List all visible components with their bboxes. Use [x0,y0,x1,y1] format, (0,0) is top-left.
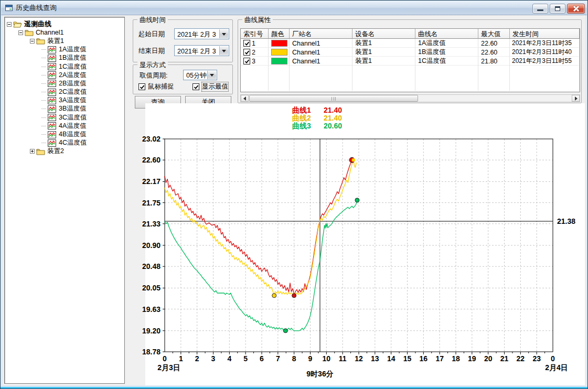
row-device: 装置1 [352,48,415,57]
legend-series-value: 21.40 [324,106,342,114]
tree-connector [41,58,46,58]
row-max-value: 21.80 [478,57,510,66]
row-checkbox[interactable] [243,49,250,56]
tree-item[interactable]: 装置2 [5,147,124,156]
tree-connector [41,126,46,126]
table-hscrollbar[interactable] [240,94,580,102]
minimize-icon [537,9,543,11]
mouse-capture-option: 鼠标捕捉 [138,82,174,91]
close-button[interactable] [567,4,585,14]
mouse-capture-checkbox[interactable] [138,83,145,90]
tree-item[interactable]: 2B温度值 [5,79,124,88]
folder-open-icon [13,20,22,28]
tree-connector [41,49,46,50]
scroll-right-button[interactable] [572,95,580,102]
tree-item[interactable]: 2C温度值 [5,88,124,96]
legend-row: 曲线121.40 [292,106,342,114]
display-mode-group-label: 显示方式 [137,61,168,70]
client-area: 遥测曲线Channel1装置11A温度值1B温度值1C温度值2A温度值2B温度值… [3,15,585,385]
row-index-cell[interactable]: 3 [241,57,269,66]
tree-item-label: 3A温度值 [59,96,87,105]
period-combobox[interactable]: 05分钟 [183,70,217,80]
collapse-icon[interactable] [18,30,23,35]
scrollbar-thumb[interactable] [249,95,418,102]
collapse-icon[interactable] [7,22,12,27]
tree-item[interactable]: 1C温度值 [5,62,124,71]
tree-item-label: 3B温度值 [59,104,87,113]
curve-color-swatch [271,58,287,64]
column-header[interactable]: 设备名 [352,29,415,39]
row-color-cell [269,48,290,57]
tree-item-label: 遥测曲线 [24,19,51,29]
tree-item-label: 2B温度值 [59,79,87,88]
curve-icon [48,71,57,79]
row-index: 3 [252,58,255,65]
restore-button[interactable] [550,4,565,14]
tree-item-label: 4C温度值 [59,138,87,147]
tree-item[interactable]: 1A温度值 [5,46,124,54]
curve-props-table[interactable]: 索引号颜色厂站名设备名曲线名最大值发生时间1Channel1装置11A温度值22… [240,28,580,92]
curve-tree[interactable]: 遥测曲线Channel1装置11A温度值1B温度值1C温度值2A温度值2B温度值… [4,17,125,384]
row-station: Channel1 [290,39,352,48]
show-extremes-checkbox[interactable] [193,83,199,90]
row-index-cell[interactable]: 2 [241,48,269,57]
cursor-legend: 曲线121.40曲线221.40曲线320.60 [292,106,342,130]
tree-item[interactable]: 3A温度值 [5,96,124,105]
tree-item[interactable]: 4B温度值 [5,130,124,138]
scroll-left-button[interactable] [241,95,249,102]
tree-item[interactable]: 1B温度值 [5,54,124,62]
start-date-combobox[interactable]: 2021年 2月 3 [174,28,229,39]
tree-item[interactable]: 4A温度值 [5,122,124,130]
chevron-down-icon [222,33,226,36]
chart-canvas[interactable] [145,103,585,385]
column-header[interactable]: 曲线名 [415,29,478,39]
folder-icon [25,29,34,36]
row-index: 2 [252,49,255,56]
folder-icon [36,148,45,155]
column-header[interactable]: 发生时间 [510,29,580,39]
curve-icon [48,131,57,138]
column-header[interactable]: 最大值 [478,29,510,39]
tree-item[interactable]: 3B温度值 [5,105,124,113]
end-date-dropdown-arrow[interactable] [219,46,228,55]
row-color-cell [269,39,290,48]
tree-connector [41,83,46,84]
tree-item[interactable]: 4C温度值 [5,139,124,147]
row-color-cell [269,57,290,66]
titlebar[interactable]: 历史曲线查询 [1,1,587,15]
tree-item[interactable]: 3C温度值 [5,113,124,122]
table-empty-cell [415,66,478,91]
row-checkbox[interactable] [243,58,250,64]
column-header[interactable]: 颜色 [269,29,290,39]
minimize-button[interactable] [532,4,548,14]
tree-connector [41,100,46,101]
tree-connector [41,92,46,92]
row-checkbox[interactable] [243,40,250,47]
start-date-label: 起始日期 [138,30,165,39]
tree-connector [41,67,46,67]
row-max-value: 22.60 [478,39,510,48]
tree-item[interactable]: 遥测曲线 [5,20,124,28]
tree-item[interactable]: 2A温度值 [5,71,124,79]
end-date-combobox[interactable]: 2021年 2月 3 [174,45,229,56]
row-index-cell[interactable]: 1 [241,39,269,48]
curve-props-group: 曲线属性 索引号颜色厂站名设备名曲线名最大值发生时间1Channel1装置11A… [238,19,582,103]
start-date-dropdown-arrow[interactable] [219,29,228,38]
row-curve-name: 1B温度值 [415,48,478,57]
period-label: 取值周期: [140,71,167,80]
legend-series-name: 曲线1 [292,106,319,114]
column-header[interactable]: 厂站名 [290,29,352,39]
collapse-icon[interactable] [30,39,35,44]
column-header[interactable]: 索引号 [241,29,269,39]
tree-item[interactable]: Channel1 [5,28,124,37]
start-date-value: 2021年 2月 3 [177,30,216,39]
expand-icon[interactable] [30,149,35,154]
tree-item[interactable]: 装置1 [5,37,124,45]
legend-series-name: 曲线3 [292,122,319,130]
tree-item-label: 1A温度值 [59,45,87,54]
legend-row: 曲线221.40 [292,114,342,122]
period-dropdown-arrow[interactable] [207,71,216,79]
legend-row: 曲线320.60 [292,122,342,130]
legend-series-name: 曲线2 [292,114,319,122]
curve-icon [48,46,57,53]
